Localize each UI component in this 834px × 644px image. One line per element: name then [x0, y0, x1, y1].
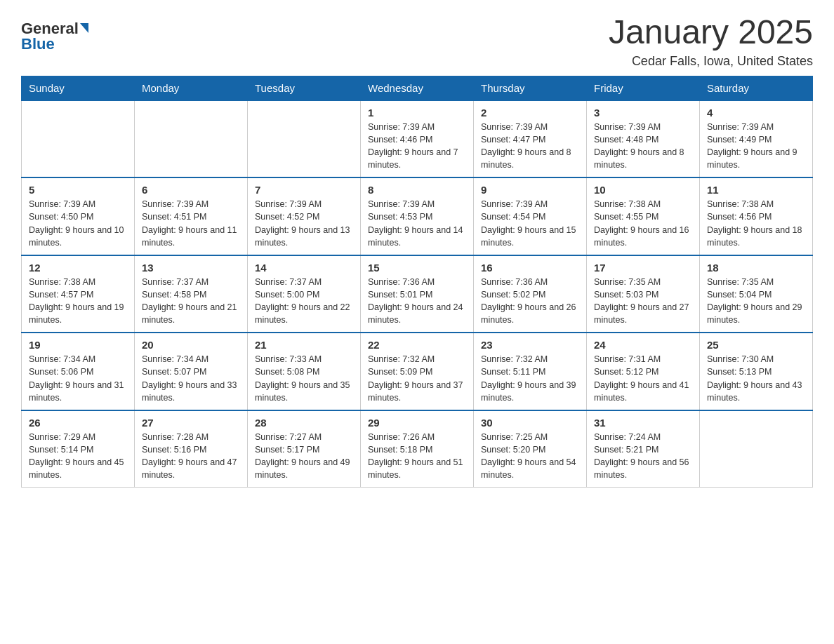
- calendar-day-14: 14Sunrise: 7:37 AM Sunset: 5:00 PM Dayli…: [248, 255, 361, 333]
- calendar-day-6: 6Sunrise: 7:39 AM Sunset: 4:51 PM Daylig…: [135, 177, 248, 255]
- day-info: Sunrise: 7:39 AM Sunset: 4:53 PM Dayligh…: [368, 198, 466, 249]
- day-number: 25: [707, 339, 805, 351]
- day-info: Sunrise: 7:35 AM Sunset: 5:04 PM Dayligh…: [707, 276, 805, 327]
- calendar-day-21: 21Sunrise: 7:33 AM Sunset: 5:08 PM Dayli…: [248, 333, 361, 410]
- calendar-day-30: 30Sunrise: 7:25 AM Sunset: 5:20 PM Dayli…: [474, 410, 587, 488]
- calendar-header-sunday: Sunday: [22, 76, 135, 100]
- calendar-header-thursday: Thursday: [474, 76, 587, 100]
- day-number: 24: [594, 339, 692, 351]
- calendar-day-24: 24Sunrise: 7:31 AM Sunset: 5:12 PM Dayli…: [587, 333, 700, 410]
- day-number: 4: [707, 107, 805, 119]
- day-info: Sunrise: 7:27 AM Sunset: 5:17 PM Dayligh…: [255, 431, 353, 482]
- day-number: 19: [29, 339, 127, 351]
- day-info: Sunrise: 7:35 AM Sunset: 5:03 PM Dayligh…: [594, 276, 692, 327]
- calendar-header-friday: Friday: [587, 76, 700, 100]
- calendar-day-9: 9Sunrise: 7:39 AM Sunset: 4:54 PM Daylig…: [474, 177, 587, 255]
- day-number: 22: [368, 339, 466, 351]
- calendar-day-8: 8Sunrise: 7:39 AM Sunset: 4:53 PM Daylig…: [361, 177, 474, 255]
- day-info: Sunrise: 7:32 AM Sunset: 5:09 PM Dayligh…: [368, 353, 466, 404]
- day-info: Sunrise: 7:39 AM Sunset: 4:46 PM Dayligh…: [368, 121, 466, 172]
- day-info: Sunrise: 7:38 AM Sunset: 4:55 PM Dayligh…: [594, 198, 692, 249]
- calendar-day-12: 12Sunrise: 7:38 AM Sunset: 4:57 PM Dayli…: [22, 255, 135, 333]
- calendar-empty-cell: [248, 100, 361, 178]
- day-number: 16: [481, 262, 579, 274]
- day-info: Sunrise: 7:29 AM Sunset: 5:14 PM Dayligh…: [29, 431, 127, 482]
- day-number: 28: [255, 417, 353, 429]
- day-info: Sunrise: 7:36 AM Sunset: 5:02 PM Dayligh…: [481, 276, 579, 327]
- calendar-day-23: 23Sunrise: 7:32 AM Sunset: 5:11 PM Dayli…: [474, 333, 587, 410]
- calendar-week-row: 5Sunrise: 7:39 AM Sunset: 4:50 PM Daylig…: [22, 177, 813, 255]
- calendar-day-5: 5Sunrise: 7:39 AM Sunset: 4:50 PM Daylig…: [22, 177, 135, 255]
- calendar-empty-cell: [22, 100, 135, 178]
- day-number: 5: [29, 184, 127, 196]
- calendar-day-16: 16Sunrise: 7:36 AM Sunset: 5:02 PM Dayli…: [474, 255, 587, 333]
- day-info: Sunrise: 7:31 AM Sunset: 5:12 PM Dayligh…: [594, 353, 692, 404]
- day-number: 8: [368, 184, 466, 196]
- calendar-day-25: 25Sunrise: 7:30 AM Sunset: 5:13 PM Dayli…: [700, 333, 813, 410]
- day-number: 9: [481, 184, 579, 196]
- day-info: Sunrise: 7:38 AM Sunset: 4:56 PM Dayligh…: [707, 198, 805, 249]
- logo-triangle-icon: [80, 23, 88, 33]
- calendar-week-row: 26Sunrise: 7:29 AM Sunset: 5:14 PM Dayli…: [22, 410, 813, 488]
- day-info: Sunrise: 7:39 AM Sunset: 4:49 PM Dayligh…: [707, 121, 805, 172]
- day-number: 18: [707, 262, 805, 274]
- day-info: Sunrise: 7:32 AM Sunset: 5:11 PM Dayligh…: [481, 353, 579, 404]
- day-info: Sunrise: 7:36 AM Sunset: 5:01 PM Dayligh…: [368, 276, 466, 327]
- day-info: Sunrise: 7:37 AM Sunset: 4:58 PM Dayligh…: [142, 276, 240, 327]
- calendar-day-1: 1Sunrise: 7:39 AM Sunset: 4:46 PM Daylig…: [361, 100, 474, 178]
- day-number: 12: [29, 262, 127, 274]
- calendar-header-monday: Monday: [135, 76, 248, 100]
- day-info: Sunrise: 7:30 AM Sunset: 5:13 PM Dayligh…: [707, 353, 805, 404]
- day-info: Sunrise: 7:38 AM Sunset: 4:57 PM Dayligh…: [29, 276, 127, 327]
- calendar-header-row: SundayMondayTuesdayWednesdayThursdayFrid…: [22, 76, 813, 100]
- day-info: Sunrise: 7:39 AM Sunset: 4:50 PM Dayligh…: [29, 198, 127, 249]
- day-number: 2: [481, 107, 579, 119]
- calendar-day-29: 29Sunrise: 7:26 AM Sunset: 5:18 PM Dayli…: [361, 410, 474, 488]
- day-number: 30: [481, 417, 579, 429]
- day-number: 10: [594, 184, 692, 196]
- calendar-day-26: 26Sunrise: 7:29 AM Sunset: 5:14 PM Dayli…: [22, 410, 135, 488]
- day-number: 6: [142, 184, 240, 196]
- day-info: Sunrise: 7:39 AM Sunset: 4:52 PM Dayligh…: [255, 198, 353, 249]
- day-number: 23: [481, 339, 579, 351]
- calendar-day-13: 13Sunrise: 7:37 AM Sunset: 4:58 PM Dayli…: [135, 255, 248, 333]
- calendar-week-row: 1Sunrise: 7:39 AM Sunset: 4:46 PM Daylig…: [22, 100, 813, 178]
- calendar-header-wednesday: Wednesday: [361, 76, 474, 100]
- day-info: Sunrise: 7:39 AM Sunset: 4:47 PM Dayligh…: [481, 121, 579, 172]
- day-info: Sunrise: 7:33 AM Sunset: 5:08 PM Dayligh…: [255, 353, 353, 404]
- calendar-week-row: 19Sunrise: 7:34 AM Sunset: 5:06 PM Dayli…: [22, 333, 813, 410]
- day-number: 1: [368, 107, 466, 119]
- calendar-day-11: 11Sunrise: 7:38 AM Sunset: 4:56 PM Dayli…: [700, 177, 813, 255]
- calendar-empty-cell: [700, 410, 813, 488]
- day-number: 3: [594, 107, 692, 119]
- calendar-day-31: 31Sunrise: 7:24 AM Sunset: 5:21 PM Dayli…: [587, 410, 700, 488]
- calendar-day-4: 4Sunrise: 7:39 AM Sunset: 4:49 PM Daylig…: [700, 100, 813, 178]
- day-info: Sunrise: 7:25 AM Sunset: 5:20 PM Dayligh…: [481, 431, 579, 482]
- calendar-day-20: 20Sunrise: 7:34 AM Sunset: 5:07 PM Dayli…: [135, 333, 248, 410]
- day-number: 20: [142, 339, 240, 351]
- calendar-day-3: 3Sunrise: 7:39 AM Sunset: 4:48 PM Daylig…: [587, 100, 700, 178]
- calendar-day-10: 10Sunrise: 7:38 AM Sunset: 4:55 PM Dayli…: [587, 177, 700, 255]
- page-header: General Blue January 2025 Cedar Falls, I…: [21, 14, 813, 69]
- logo-blue-text: Blue: [21, 36, 55, 52]
- calendar-day-28: 28Sunrise: 7:27 AM Sunset: 5:17 PM Dayli…: [248, 410, 361, 488]
- day-number: 11: [707, 184, 805, 196]
- day-info: Sunrise: 7:28 AM Sunset: 5:16 PM Dayligh…: [142, 431, 240, 482]
- calendar-day-22: 22Sunrise: 7:32 AM Sunset: 5:09 PM Dayli…: [361, 333, 474, 410]
- title-area: January 2025 Cedar Falls, Iowa, United S…: [609, 14, 813, 69]
- day-number: 31: [594, 417, 692, 429]
- location: Cedar Falls, Iowa, United States: [609, 54, 813, 69]
- day-number: 7: [255, 184, 353, 196]
- calendar-header-tuesday: Tuesday: [248, 76, 361, 100]
- logo: General Blue: [21, 21, 88, 52]
- day-info: Sunrise: 7:39 AM Sunset: 4:48 PM Dayligh…: [594, 121, 692, 172]
- day-info: Sunrise: 7:39 AM Sunset: 4:51 PM Dayligh…: [142, 198, 240, 249]
- calendar-day-19: 19Sunrise: 7:34 AM Sunset: 5:06 PM Dayli…: [22, 333, 135, 410]
- day-number: 14: [255, 262, 353, 274]
- calendar-week-row: 12Sunrise: 7:38 AM Sunset: 4:57 PM Dayli…: [22, 255, 813, 333]
- calendar-day-27: 27Sunrise: 7:28 AM Sunset: 5:16 PM Dayli…: [135, 410, 248, 488]
- day-number: 21: [255, 339, 353, 351]
- day-number: 29: [368, 417, 466, 429]
- day-info: Sunrise: 7:39 AM Sunset: 4:54 PM Dayligh…: [481, 198, 579, 249]
- calendar-header-saturday: Saturday: [700, 76, 813, 100]
